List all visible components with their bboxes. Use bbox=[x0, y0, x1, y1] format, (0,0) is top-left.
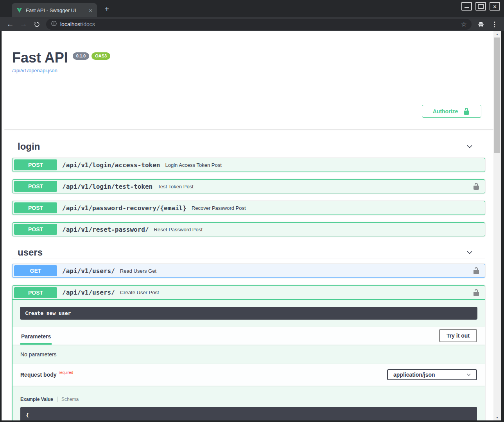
page-title: Fast API bbox=[12, 50, 68, 66]
endpoint-summary: Test Token Post bbox=[158, 184, 194, 190]
tag-header-login[interactable]: login bbox=[12, 138, 485, 153]
reload-icon[interactable] bbox=[33, 20, 41, 28]
tab-title: Fast API - Swagger UI bbox=[26, 7, 87, 13]
version-badge: 0.1.0 bbox=[73, 52, 89, 60]
oas3-badge: OAS3 bbox=[91, 52, 110, 60]
endpoint-row-create-user[interactable]: POST /api/v1/users/ Create User Post bbox=[13, 286, 485, 300]
method-badge: POST bbox=[14, 181, 57, 192]
tab-schema[interactable]: Schema bbox=[61, 397, 79, 402]
vue-logo-favicon-icon bbox=[16, 7, 23, 14]
method-badge: POST bbox=[14, 202, 57, 213]
method-badge: POST bbox=[14, 287, 57, 298]
request-body-header: Request body required application/json bbox=[13, 364, 485, 386]
request-body-label: Request body bbox=[20, 372, 57, 378]
tab-close-icon[interactable]: × bbox=[87, 7, 94, 14]
endpoint-summary: Login Access Token Post bbox=[165, 162, 221, 168]
endpoint-path: /api/v1/users/ bbox=[62, 267, 115, 275]
tag-name: login bbox=[18, 141, 40, 152]
unlocked-padlock-icon bbox=[463, 107, 470, 115]
tag-header-users[interactable]: users bbox=[12, 244, 485, 259]
try-it-out-button[interactable]: Try it out bbox=[439, 329, 477, 342]
endpoint-summary: Create User Post bbox=[120, 290, 159, 295]
tab-separator bbox=[57, 397, 57, 402]
tag-section-login: login POST /api/v1/login/access-token Lo… bbox=[12, 138, 485, 236]
endpoint-summary: Read Users Get bbox=[120, 268, 156, 274]
chevron-down-icon[interactable] bbox=[466, 143, 474, 150]
browser-tab[interactable]: Fast API - Swagger UI × bbox=[12, 3, 97, 17]
chevron-down-icon[interactable] bbox=[466, 249, 474, 256]
window-maximize-button[interactable] bbox=[475, 2, 486, 11]
tab-example-value[interactable]: Example Value bbox=[20, 397, 53, 402]
content-type-value: application/json bbox=[393, 372, 435, 378]
operation-description: Create new user bbox=[20, 307, 477, 320]
openapi-spec-link[interactable]: /api/v1/openapi.json bbox=[12, 68, 57, 73]
window-close-icon: × bbox=[493, 4, 497, 9]
content-type-select[interactable]: application/json bbox=[387, 369, 477, 380]
no-parameters-text: No parameters bbox=[13, 345, 485, 364]
auth-lock-icon[interactable] bbox=[472, 289, 480, 297]
authorize-label: Authorize bbox=[433, 108, 458, 114]
chevron-down-icon bbox=[466, 372, 472, 377]
tag-name: users bbox=[18, 247, 43, 258]
incognito-icon bbox=[477, 20, 485, 28]
url-path: /docs bbox=[82, 21, 95, 27]
parameters-header: Parameters Try it out bbox=[13, 327, 485, 345]
window-controls: × bbox=[461, 2, 500, 11]
back-icon[interactable]: ← bbox=[6, 20, 14, 28]
method-badge: POST bbox=[14, 224, 57, 235]
endpoint-summary: Reset Password Post bbox=[154, 227, 203, 232]
endpoint-row-login-test-token[interactable]: POST /api/v1/login/test-token Test Token… bbox=[12, 179, 485, 193]
operation-body: Create new user Parameters Try it out No… bbox=[13, 307, 485, 420]
scheme-container: Authorize bbox=[4, 93, 493, 129]
url-host: localhost bbox=[60, 21, 82, 27]
method-badge: GET bbox=[14, 265, 57, 276]
auth-lock-icon[interactable] bbox=[472, 182, 480, 190]
endpoint-summary: Recover Password Post bbox=[192, 205, 246, 211]
endpoint-path: /api/v1/login/test-token bbox=[62, 183, 152, 190]
endpoint-row-login-access-token[interactable]: POST /api/v1/login/access-token Login Ac… bbox=[12, 158, 485, 172]
browser-titlebar: Fast API - Swagger UI × + × bbox=[0, 0, 504, 17]
expanded-endpoint-create-user: POST /api/v1/users/ Create User Post Cre… bbox=[12, 285, 485, 420]
scrollbar-up-arrow[interactable]: ▲ bbox=[493, 31, 501, 37]
parameters-tab: Parameters bbox=[20, 329, 52, 345]
api-info: Fast API 0.1.0 OAS3 /api/v1/openapi.json bbox=[12, 50, 483, 74]
browser-toolbar: ← → localhost /docs ☆ ⋮ bbox=[0, 17, 504, 31]
endpoint-path: /api/v1/password-recovery/{email} bbox=[62, 204, 187, 212]
browser-window: Fast API - Swagger UI × + × ← → localhos… bbox=[0, 0, 504, 422]
swagger-page: Fast API 0.1.0 OAS3 /api/v1/openapi.json… bbox=[2, 31, 493, 420]
endpoint-path: /api/v1/reset-password/ bbox=[62, 226, 149, 233]
endpoint-row-reset-password[interactable]: POST /api/v1/reset-password/ Reset Passw… bbox=[12, 222, 485, 236]
endpoint-path: /api/v1/login/access-token bbox=[62, 161, 160, 169]
required-badge: required bbox=[59, 370, 74, 375]
auth-lock-icon[interactable] bbox=[472, 267, 480, 275]
window-close-button[interactable]: × bbox=[490, 2, 500, 11]
endpoint-row-password-recovery[interactable]: POST /api/v1/password-recovery/{email} R… bbox=[12, 201, 485, 215]
address-bar[interactable]: localhost /docs ☆ bbox=[46, 19, 472, 30]
authorize-button[interactable]: Authorize bbox=[422, 105, 481, 118]
endpoint-row-read-users[interactable]: GET /api/v1/users/ Read Users Get bbox=[12, 264, 485, 278]
browser-menu-icon[interactable]: ⋮ bbox=[490, 20, 499, 29]
method-badge: POST bbox=[14, 159, 57, 170]
page-scrollbar: ▲ ▼ bbox=[493, 31, 501, 420]
model-example: Example Value Schema { bbox=[20, 397, 477, 420]
scrollbar-down-arrow[interactable]: ▼ bbox=[493, 415, 501, 420]
forward-icon[interactable]: → bbox=[20, 20, 27, 28]
bookmark-star-icon[interactable]: ☆ bbox=[461, 20, 467, 29]
scrollbar-thumb[interactable] bbox=[494, 38, 500, 153]
new-tab-button[interactable]: + bbox=[102, 4, 112, 14]
window-minimize-button[interactable] bbox=[461, 2, 472, 11]
endpoint-path: /api/v1/users/ bbox=[62, 289, 115, 296]
tag-section-users: users GET /api/v1/users/ Read Users Get bbox=[12, 244, 485, 420]
example-code-block: { bbox=[20, 407, 477, 420]
site-info-icon[interactable] bbox=[51, 20, 57, 28]
